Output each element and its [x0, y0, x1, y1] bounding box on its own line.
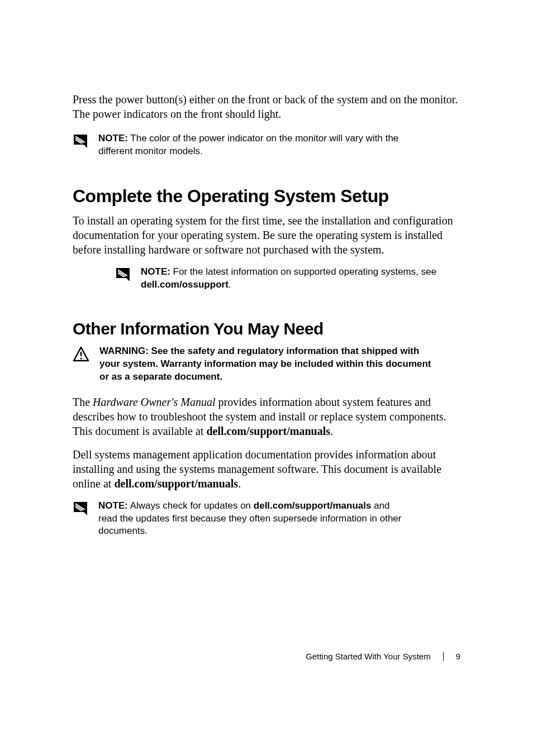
note-body: The color of the power indicator on the …	[98, 133, 398, 156]
os-setup-paragraph: To install an operating system for the f…	[73, 213, 463, 257]
note-label: NOTE:	[98, 133, 128, 143]
note-bold-link: dell.com/ossupport	[141, 279, 229, 290]
note-prefix: Always check for updates on	[128, 500, 254, 511]
intro-paragraph: Press the power button(s) either on the …	[73, 92, 463, 121]
systems-management-paragraph: Dell systems management application docu…	[73, 447, 463, 491]
note-text-2: NOTE: For the latest information on supp…	[141, 266, 454, 291]
warning-text: WARNING: See the safety and regulatory i…	[99, 345, 435, 384]
note-icon	[73, 133, 88, 149]
warning-label: WARNING:	[99, 346, 149, 356]
svg-marker-3	[126, 278, 130, 281]
svg-point-6	[80, 357, 82, 359]
note-suffix: .	[229, 279, 231, 290]
footer-page-number: 9	[456, 652, 460, 661]
note-prefix: For the latest information on supported …	[170, 266, 436, 277]
heading-other-information: Other Information You May Need	[73, 319, 463, 338]
note-block-2: NOTE: For the latest information on supp…	[115, 266, 463, 291]
para2-prefix: The	[73, 396, 93, 408]
note-label: NOTE:	[141, 266, 170, 277]
footer-divider	[443, 652, 444, 661]
warning-body: See the safety and regulatory informatio…	[99, 346, 431, 382]
note-bold-link: dell.com/support/manuals	[254, 500, 372, 511]
warning-icon	[73, 346, 89, 362]
note-text-1: NOTE: The color of the power indicator o…	[98, 132, 411, 158]
heading-complete-os-setup: Complete the Operating System Setup	[73, 186, 463, 207]
page-footer: Getting Started With Your System 9	[306, 652, 460, 661]
note-label: NOTE:	[98, 500, 128, 511]
note-icon	[73, 501, 88, 516]
para2-italic: Hardware Owner's Manual	[93, 396, 215, 408]
svg-marker-1	[84, 145, 87, 148]
hardware-manual-paragraph: The Hardware Owner's Manual provides inf…	[73, 395, 463, 438]
para2-bold-link: dell.com/support/manuals	[206, 425, 330, 437]
note-text-3: NOTE: Always check for updates on dell.c…	[98, 500, 411, 538]
note-block-1: NOTE: The color of the power indicator o…	[73, 132, 463, 158]
note-block-3: NOTE: Always check for updates on dell.c…	[73, 500, 463, 538]
para3-bold-link: dell.com/support/manuals	[114, 477, 238, 490]
para2-suffix: .	[330, 425, 333, 437]
footer-title: Getting Started With Your System	[306, 652, 430, 661]
svg-marker-8	[84, 512, 87, 515]
para3-suffix: .	[238, 477, 241, 490]
note-icon	[115, 267, 131, 283]
warning-block: WARNING: See the safety and regulatory i…	[73, 345, 463, 384]
